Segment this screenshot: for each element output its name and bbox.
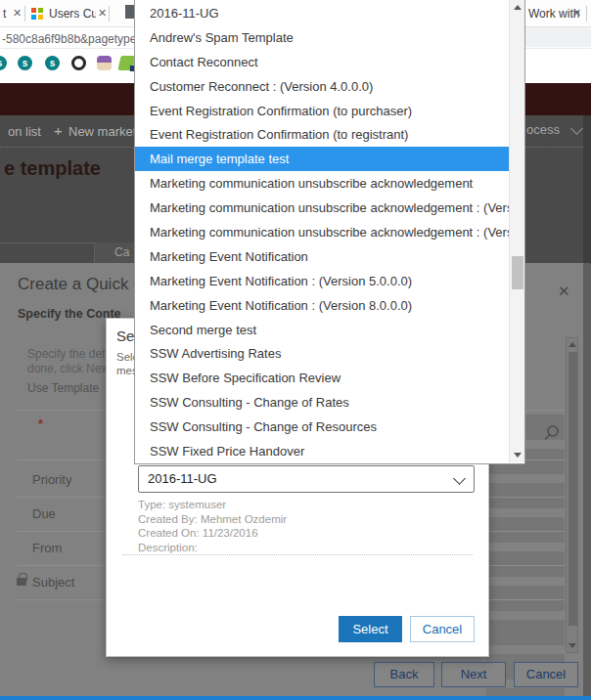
dropdown-item[interactable]: Marketing Event Notification <box>135 244 510 269</box>
template-meta-line: Created On: 11/23/2016 <box>138 526 287 541</box>
use-template-label: Use Template <box>27 381 99 395</box>
scroll-down-icon[interactable] <box>514 453 522 458</box>
address-bar-right-area <box>525 27 591 47</box>
tab-close-icon[interactable]: ✕ <box>572 7 581 20</box>
bookmark-favicon-teal-icon[interactable]: s <box>45 56 60 70</box>
bookmark-chart-icon[interactable] <box>117 56 135 70</box>
field-label-from: From <box>32 541 62 555</box>
back-button[interactable]: Back <box>374 662 434 687</box>
field-label-priority: Priority <box>32 472 71 487</box>
dialog-description-line: done, click Nex <box>27 362 107 375</box>
background-tab-fragment: Ca <box>94 242 134 263</box>
template-meta-line: Created By: Mehmet Ozdemir <box>138 512 287 527</box>
tab-favicon-sliver[interactable] <box>125 5 134 19</box>
template-select-value: 2016-11-UG <box>148 471 217 486</box>
template-select[interactable]: 2016-11-UG <box>138 465 475 493</box>
dialog-edge-strip <box>583 263 591 700</box>
dialog-divider <box>122 554 473 555</box>
chevron-down-icon <box>453 472 466 485</box>
dropdown-item[interactable]: Andrew's Spam Template <box>135 25 510 50</box>
dropdown-item[interactable]: Second merge test <box>135 318 510 342</box>
template-dropdown-list: 2016-11-UGAndrew's Spam TemplateContact … <box>134 0 525 464</box>
dropdown-item[interactable]: SSW Consulting - Change of Rates <box>135 390 510 415</box>
commandbar-process-fragment[interactable]: ocess <box>526 122 560 137</box>
next-button[interactable]: Next <box>441 662 506 687</box>
tab-users-current[interactable]: Users Curr <box>49 7 96 21</box>
page-scrollbar-dimmed[interactable] <box>583 115 591 263</box>
dropdown-item[interactable]: Marketing communication unsubscribe ackn… <box>135 171 510 196</box>
scroll-up-icon[interactable] <box>514 5 522 10</box>
scrollbar-thumb[interactable] <box>568 352 577 626</box>
scrollbar-thumb[interactable] <box>512 256 523 289</box>
dropdown-item[interactable]: 2016-11-UG <box>135 1 510 25</box>
tab-close-icon[interactable]: ✕ <box>98 7 107 20</box>
dropdown-item[interactable]: Marketing Event Notification : (Version … <box>135 293 510 318</box>
microsoft-logo-icon <box>31 8 43 20</box>
template-meta: Type: systemuserCreated By: Mehmet Ozdem… <box>138 498 287 554</box>
field-label-due: Due <box>32 506 56 521</box>
bookmark-github-icon[interactable] <box>71 56 86 70</box>
bookmark-avatar-icon[interactable] <box>97 56 112 70</box>
url-text[interactable]: -580c8a6f9b8b&pagetype=e <box>2 32 150 46</box>
taskbar-edge <box>0 696 591 700</box>
cancel-button[interactable]: Cancel <box>410 616 475 642</box>
template-meta-line: Type: systemuser <box>138 498 287 512</box>
dropdown-item[interactable]: Contact Reconnect <box>135 50 510 74</box>
required-asterisk: * <box>38 416 43 431</box>
dropdown-item[interactable]: SSW Before Specification Review <box>135 366 510 390</box>
background-divider <box>0 242 94 243</box>
dropdown-items: 2016-11-UGAndrew's Spam TemplateContact … <box>135 1 510 463</box>
dropdown-item[interactable]: Marketing communication unsubscribe ackn… <box>135 220 510 244</box>
scroll-down-icon[interactable] <box>568 643 576 648</box>
commandbar-item-fragment[interactable]: on list <box>8 124 41 139</box>
select-button[interactable]: Select <box>339 616 402 642</box>
close-icon[interactable]: ✕ <box>558 283 570 300</box>
bookmark-favicon-teal-icon[interactable]: s <box>18 56 32 70</box>
dropdown-item[interactable]: Marketing Event Notification : (Version … <box>135 269 510 293</box>
dialog-description-line: Specify the det <box>27 347 105 361</box>
dropdown-scrollbar[interactable] <box>509 0 524 462</box>
lock-icon <box>17 578 26 586</box>
tab-separator <box>109 6 110 22</box>
template-meta-line: Description: <box>138 541 287 555</box>
cancel-button[interactable]: Cancel <box>514 662 578 687</box>
tab-separator <box>586 6 587 22</box>
dropdown-item[interactable]: Event Registration Confirmation (to purc… <box>135 99 510 123</box>
dropdown-item[interactable]: Marketing communication unsubscribe ackn… <box>135 196 510 220</box>
dropdown-item[interactable]: SSW Fixed Price Handover <box>135 439 510 463</box>
tab-close-icon[interactable]: ✕ <box>13 7 22 20</box>
field-label-subject: Subject <box>32 575 74 590</box>
dialog-scrollbar[interactable] <box>566 337 578 653</box>
page-title-fragment: e template <box>4 157 101 180</box>
dropdown-item[interactable]: Mail merge template test <box>135 147 510 171</box>
scroll-up-icon[interactable] <box>568 342 576 347</box>
dropdown-item[interactable]: Customer Reconnect : (Version 4.0.0.0) <box>135 74 510 99</box>
dropdown-item[interactable]: SSW Advertising Rates <box>135 341 510 366</box>
screenshot-root: t ✕ Users Curr ✕ Work with ✕ -580c8a6f9b… <box>0 0 591 700</box>
dropdown-item[interactable]: SSW Consulting - Change of Resources <box>135 415 510 439</box>
tab-separator <box>24 6 25 22</box>
plus-icon: + <box>54 122 63 139</box>
dropdown-item[interactable]: Event Registration Confirmation (to regi… <box>135 122 510 147</box>
search-icon[interactable] <box>542 423 561 442</box>
tab-partial[interactable]: t <box>3 7 6 21</box>
